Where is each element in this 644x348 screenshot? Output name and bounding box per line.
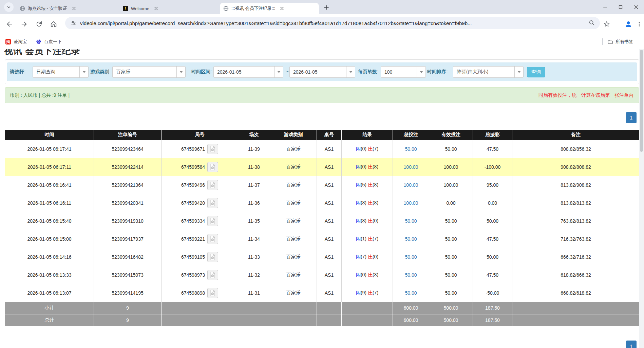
total-bet-link[interactable]: 100.00 <box>404 164 418 170</box>
date-from-input[interactable]: 2026-01-05 <box>213 66 283 78</box>
payout-sum: 187.50 <box>473 302 512 314</box>
cell-payout: 95.00 <box>473 176 512 194</box>
cell-total-bet[interactable]: 50.00 <box>393 248 429 266</box>
new-tab-button[interactable] <box>322 3 330 12</box>
video-replay-button[interactable] <box>207 162 218 172</box>
tab-close-icon[interactable] <box>153 6 159 11</box>
game-type-select[interactable]: 百家乐 <box>112 66 186 78</box>
window-close-button[interactable] <box>628 0 644 14</box>
url-text[interactable]: videoie.com/ipl/portal.php/game/betrecor… <box>80 20 588 26</box>
window-maximize-button[interactable] <box>613 0 628 14</box>
video-replay-button[interactable] <box>207 234 218 244</box>
result-count: (0) <box>361 272 366 277</box>
total-empty-cell <box>270 314 317 326</box>
bookmark-baidu[interactable]: du 百度一下 <box>36 37 62 46</box>
result-count: (1) <box>361 236 366 241</box>
cell-result: 闲(9) 庄(7) <box>342 284 393 302</box>
video-replay-button[interactable] <box>207 216 218 226</box>
cell-result: 闲(0) 庄(7) <box>342 140 393 158</box>
tab-haiyan[interactable]: 海燕论坛 - 安全验证 <box>16 3 115 14</box>
time-sort-select[interactable]: 降冪(由大到小) <box>453 66 524 78</box>
cell-table-number: AS1 <box>317 194 342 212</box>
total-bet-link[interactable]: 50.00 <box>405 218 417 224</box>
result-count: (8) <box>373 182 378 187</box>
query-button[interactable]: 查询 <box>527 67 545 77</box>
total-bet-link[interactable]: 50.00 <box>405 146 417 152</box>
reload-button[interactable] <box>34 19 44 30</box>
cell-total-bet[interactable]: 100.00 <box>393 194 429 212</box>
total-bet-link[interactable]: 50.00 <box>405 272 417 278</box>
total-empty-cell <box>317 314 342 326</box>
page-scrollbar[interactable] <box>639 49 644 348</box>
pagination-page-1-bottom[interactable]: 1 <box>626 341 637 348</box>
video-replay-button[interactable] <box>207 180 218 190</box>
profile-avatar-icon[interactable] <box>623 19 634 30</box>
cell-total-bet[interactable]: 100.00 <box>393 176 429 194</box>
pagination-page-1-top[interactable]: 1 <box>626 112 637 123</box>
table-row: 2026-01-05 06:15:00523099417937674599221… <box>5 230 640 248</box>
zoom-indicator-icon[interactable] <box>588 19 596 27</box>
total-bet-link[interactable]: 100.00 <box>404 200 418 206</box>
total-bet-link[interactable]: 50.00 <box>405 236 417 242</box>
cell-total-bet[interactable]: 50.00 <box>393 140 429 158</box>
time-range-label: 时间区间: <box>191 69 212 75</box>
cell-time: 2026-01-05 06:17:11 <box>5 158 94 176</box>
cell-total-bet[interactable]: 100.00 <box>393 158 429 176</box>
video-replay-button[interactable] <box>207 270 218 280</box>
total-bet-link[interactable]: 50.00 <box>405 254 417 260</box>
cell-session: 11-36 <box>238 194 270 212</box>
records-tbody: 2026-01-05 06:17:41523099423464674599671… <box>5 140 640 326</box>
game-type-label: 游戏类别 <box>90 69 109 75</box>
cell-total-bet[interactable]: 50.00 <box>393 212 429 230</box>
cell-time: 2026-01-05 06:13:07 <box>5 284 94 302</box>
tab-betrecord-active[interactable]: :::视讯 会员下注纪录::: <box>220 3 319 14</box>
video-replay-button[interactable] <box>207 288 218 298</box>
cell-valid-bet: 100.00 <box>429 158 473 176</box>
cell-game-type: 百家乐 <box>270 212 317 230</box>
forward-button[interactable] <box>19 19 30 30</box>
bookmark-star-icon[interactable] <box>601 19 612 30</box>
cell-remark: 813.82/908.82 <box>512 176 640 194</box>
column-header: 有效投注 <box>429 130 473 140</box>
cell-remark: 716.32/763.82 <box>512 230 640 248</box>
globe-favicon-icon <box>20 6 25 11</box>
tab-close-icon[interactable] <box>279 6 285 11</box>
player-result: 闲 <box>356 218 361 223</box>
home-button[interactable] <box>48 19 59 30</box>
address-bar[interactable]: videoie.com/ipl/portal.php/game/betrecor… <box>65 17 600 29</box>
query-type-select[interactable]: 日期查询 <box>33 66 89 78</box>
cell-bet-number: 523099420341 <box>94 194 162 212</box>
scrollbar-thumb[interactable] <box>640 50 643 152</box>
back-button[interactable] <box>4 19 15 30</box>
video-replay-button[interactable] <box>207 252 218 262</box>
cell-round-number: 674599221 <box>162 230 238 248</box>
cell-valid-bet: 50.00 <box>429 266 473 284</box>
total-bet-link[interactable]: 50.00 <box>405 290 417 296</box>
cell-total-bet[interactable]: 50.00 <box>393 230 429 248</box>
result-count: (7) <box>373 146 378 151</box>
cell-table-number: AS1 <box>317 212 342 230</box>
cell-total-bet[interactable]: 50.00 <box>393 284 429 302</box>
tab-close-icon[interactable] <box>71 6 77 11</box>
browser-menu-icon[interactable] <box>635 19 643 30</box>
currency-summary-text: 币别 : 人民币 | 总共 :9 注单 | <box>10 92 70 98</box>
total-bet-link[interactable]: 100.00 <box>404 182 418 188</box>
browser-tab-strip: 海燕论坛 - 安全验证 Welcome :::视讯 会员下注纪录::: <box>0 0 644 14</box>
bookmark-taobao[interactable]: 淘 爱淘宝 <box>5 37 27 46</box>
cell-session: 11-39 <box>238 140 270 158</box>
total-empty-cell <box>512 314 640 326</box>
cell-total-bet[interactable]: 50.00 <box>393 266 429 284</box>
video-replay-button[interactable] <box>207 144 218 154</box>
tab-welcome[interactable]: Welcome <box>119 3 216 14</box>
video-replay-button[interactable] <box>207 198 218 208</box>
date-to-input[interactable]: 2026-01-05 <box>289 66 355 78</box>
site-settings-icon[interactable] <box>70 19 77 27</box>
cell-valid-bet: 50.00 <box>429 140 473 158</box>
per-page-select[interactable]: 100 <box>381 66 426 78</box>
table-row: 2026-01-05 06:13:07523099414195674598898… <box>5 284 640 302</box>
cell-valid-bet: 50.00 <box>429 230 473 248</box>
banker-result: 庄 <box>368 200 373 205</box>
all-bookmarks-button[interactable]: 所有书签 <box>607 37 633 46</box>
window-minimize-button[interactable] <box>597 0 613 14</box>
tab-search-button[interactable] <box>4 2 14 12</box>
